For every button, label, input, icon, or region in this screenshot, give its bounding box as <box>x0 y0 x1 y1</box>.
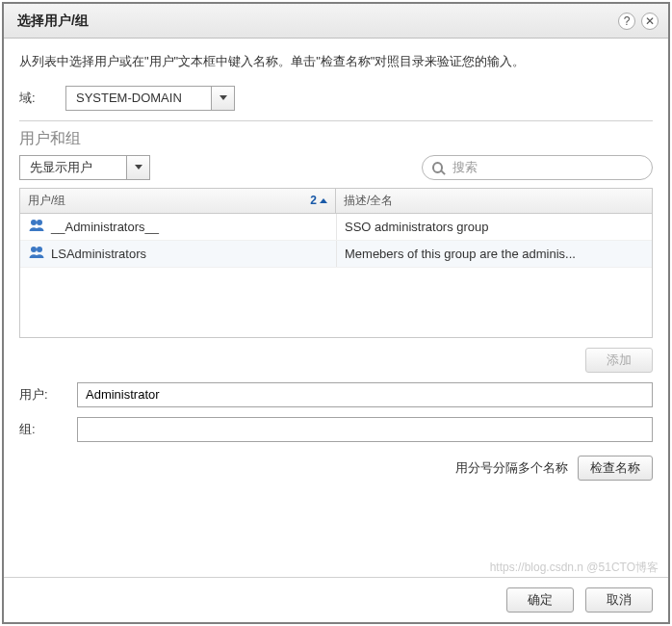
row-name: __Administrators__ <box>51 220 159 234</box>
users-field-row: 用户: <box>19 382 653 407</box>
table-header: 用户/组 2 描述/全名 <box>20 189 652 214</box>
search-icon <box>432 162 443 173</box>
row-desc: Memebers of this group are the adminis..… <box>345 247 576 261</box>
dialog-title: 选择用户/组 <box>17 13 612 30</box>
groups-label: 组: <box>19 421 77 438</box>
svg-point-2 <box>31 247 37 252</box>
instruction-text: 从列表中选择用户或在"用户"文本框中键入名称。单击"检查名称"对照目录来验证您的… <box>19 52 653 72</box>
column-header-desc[interactable]: 描述/全名 <box>336 189 652 213</box>
table-row[interactable]: __Administrators__ SSO administrators gr… <box>20 214 652 241</box>
hint-row: 用分号分隔多个名称 检查名称 <box>19 456 653 481</box>
domain-row: 域: SYSTEM-DOMAIN <box>19 86 653 111</box>
groups-input[interactable] <box>77 417 653 442</box>
svg-point-3 <box>37 247 42 252</box>
groups-field-row: 组: <box>19 417 653 442</box>
column-header-label: 用户/组 <box>28 193 65 209</box>
filter-value: 先显示用户 <box>20 159 126 176</box>
filter-select[interactable]: 先显示用户 <box>19 155 150 180</box>
group-icon <box>28 217 51 237</box>
svg-point-1 <box>37 220 42 225</box>
hint-text: 用分号分隔多个名称 <box>455 459 568 477</box>
dialog-body: 从列表中选择用户或在"用户"文本框中键入名称。单击"检查名称"对照目录来验证您的… <box>4 39 668 490</box>
group-icon <box>28 244 51 264</box>
dialog-footer: 确定 取消 <box>4 577 668 622</box>
users-label: 用户: <box>19 386 77 404</box>
sort-indicator: 2 <box>310 194 327 207</box>
add-button[interactable]: 添加 <box>585 348 653 373</box>
search-input[interactable] <box>451 159 642 175</box>
section-title: 用户和组 <box>19 129 653 149</box>
divider <box>19 120 653 121</box>
check-names-button[interactable]: 检查名称 <box>578 456 653 481</box>
ok-button[interactable]: 确定 <box>506 587 574 613</box>
sort-arrow-up-icon <box>320 198 327 203</box>
domain-value: SYSTEM-DOMAIN <box>66 91 211 105</box>
domain-label: 域: <box>19 90 65 107</box>
table-row[interactable]: LSAdministrators Memebers of this group … <box>20 241 652 268</box>
help-icon[interactable]: ? <box>618 13 635 30</box>
close-icon[interactable]: ✕ <box>641 13 659 30</box>
domain-select[interactable]: SYSTEM-DOMAIN <box>65 86 235 111</box>
svg-point-0 <box>31 220 37 225</box>
row-desc: SSO administrators group <box>345 220 489 234</box>
chevron-down-icon[interactable] <box>211 87 234 110</box>
select-user-group-dialog: 选择用户/组 ? ✕ 从列表中选择用户或在"用户"文本框中键入名称。单击"检查名… <box>2 2 670 624</box>
chevron-down-icon[interactable] <box>126 156 149 179</box>
table-body: __Administrators__ SSO administrators gr… <box>20 214 652 337</box>
column-header-usergroup[interactable]: 用户/组 2 <box>20 189 336 213</box>
row-name: LSAdministrators <box>51 247 146 261</box>
add-button-row: 添加 <box>19 348 653 373</box>
search-box[interactable] <box>422 155 653 180</box>
column-header-label: 描述/全名 <box>344 193 393 209</box>
watermark: https://blog.csdn.n @51CTO博客 <box>490 560 659 576</box>
titlebar: 选择用户/组 ? ✕ <box>4 4 668 39</box>
toolbar: 先显示用户 <box>19 155 653 180</box>
users-input[interactable] <box>77 382 653 407</box>
user-group-table: 用户/组 2 描述/全名 __Administrators <box>19 188 653 338</box>
cancel-button[interactable]: 取消 <box>585 587 653 613</box>
